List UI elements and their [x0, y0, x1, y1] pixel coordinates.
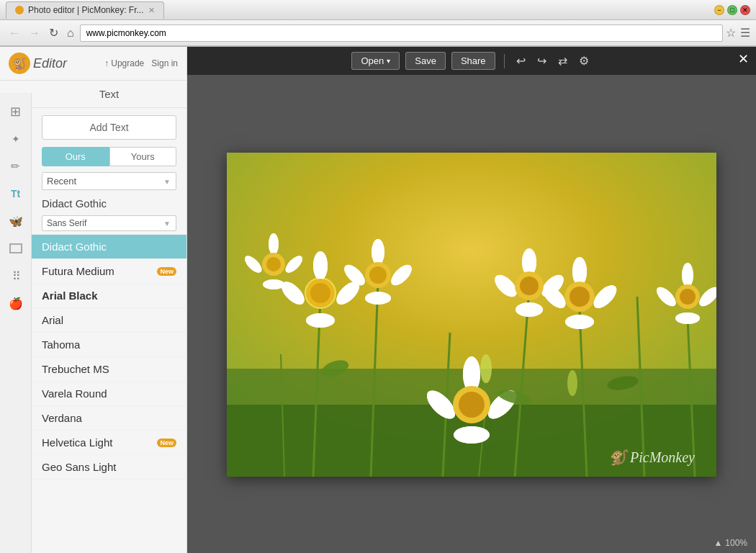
redo-button[interactable]: ↪ — [534, 51, 549, 71]
font-list-item[interactable]: Verdana — [32, 406, 186, 431]
new-badge: New — [157, 267, 176, 276]
menu-icon[interactable]: ☰ — [740, 26, 750, 40]
back-button[interactable]: ← — [6, 25, 23, 41]
close-canvas-button[interactable]: ✕ — [738, 51, 749, 67]
font-name: Geo Sans Light — [42, 461, 116, 473]
home-button[interactable]: ⌂ — [64, 25, 77, 41]
app-layout: ⊞ ✦ ✏ Tt 🦋 ⠿ 🍎 🐒 — [0, 47, 756, 553]
effects-icon: 🍎 — [9, 297, 23, 310]
svg-point-72 — [520, 276, 539, 295]
browser-nav-right: ☆ ☰ — [726, 26, 750, 40]
toolbar: Open ▾ Save Share ↩ ↪ ⇄ ⚙ ✕ — [187, 47, 756, 75]
share-button[interactable]: Share — [451, 52, 495, 70]
tab-close-btn[interactable]: ✕ — [148, 6, 155, 15]
tab-favicon — [15, 6, 24, 14]
font-name: Arial — [42, 314, 63, 326]
texture-icon: ⠿ — [12, 269, 19, 283]
toolbar-divider — [504, 54, 505, 68]
crop-tool[interactable]: ⊞ — [3, 99, 29, 125]
font-tab-switcher: Ours Yours — [42, 147, 176, 166]
panel-title: Text — [32, 81, 186, 108]
svg-point-84 — [567, 370, 577, 396]
svg-text:🐒 PicMonkey: 🐒 PicMonkey — [607, 449, 695, 466]
svg-point-37 — [372, 239, 384, 265]
svg-point-69 — [516, 302, 543, 317]
brush-tool[interactable]: ✏ — [3, 153, 29, 179]
app-header: 🐒 Editor ↑ Upgrade Sign in — [0, 47, 186, 81]
svg-point-17 — [313, 251, 328, 280]
close-window-button[interactable]: ✕ — [740, 5, 750, 15]
browser-chrome: Photo editor | PicMonkey: Fr... ✕ − □ ✕ … — [0, 0, 756, 47]
app-logo: 🐒 Editor — [9, 53, 67, 74]
save-button[interactable]: Save — [405, 52, 446, 70]
font-name: Arial Black — [42, 289, 98, 302]
font-list-item[interactable]: Geo Sans Light — [32, 455, 186, 480]
font-list-item[interactable]: Tahoma — [32, 333, 186, 357]
reload-button[interactable]: ↻ — [46, 24, 61, 41]
svg-point-79 — [454, 426, 490, 444]
svg-point-52 — [570, 287, 590, 307]
brush-icon: ✏ — [11, 160, 20, 173]
touch-icon: ✦ — [12, 133, 20, 145]
forward-button[interactable]: → — [26, 25, 43, 41]
open-button[interactable]: Open ▾ — [351, 52, 400, 70]
sign-in-button[interactable]: Sign in — [151, 58, 178, 68]
open-chevron-icon: ▾ — [387, 57, 390, 65]
font-list-item[interactable]: Didact Gothic — [32, 235, 186, 259]
tab-ours[interactable]: Ours — [42, 147, 109, 166]
flip-button[interactable]: ⇄ — [555, 51, 570, 71]
browser-tab[interactable]: Photo editor | PicMonkey: Fr... ✕ — [6, 1, 164, 19]
font-category-select[interactable]: Recent — [42, 172, 176, 190]
logo-monkey-icon: 🐒 — [9, 53, 30, 74]
font-list-item[interactable]: Arial — [32, 308, 186, 333]
selected-font-display: Didact Gothic — [42, 194, 176, 212]
touch-tool[interactable]: ✦ — [3, 126, 29, 152]
font-list-item[interactable]: Helvetica LightNew — [32, 431, 186, 455]
address-bar[interactable] — [80, 24, 723, 42]
icon-strip: ⊞ ✦ ✏ Tt 🦋 ⠿ 🍎 — [0, 93, 32, 553]
svg-point-82 — [459, 392, 485, 418]
svg-point-29 — [263, 279, 284, 289]
photo-canvas: 🐒 PicMonkey — [227, 153, 716, 477]
tab-yours[interactable]: Yours — [109, 147, 177, 166]
butterfly-tool[interactable]: 🦋 — [3, 208, 29, 234]
font-name: Verdana — [42, 412, 82, 424]
maximize-button[interactable]: □ — [727, 5, 737, 15]
font-subcategory-select[interactable]: Sans Serif — [42, 215, 176, 231]
frame-icon — [9, 243, 22, 253]
frame-tool[interactable] — [3, 235, 29, 261]
canvas-area: 🐒 PicMonkey — [187, 75, 756, 553]
font-list-item[interactable]: Futura MediumNew — [32, 259, 186, 284]
svg-point-57 — [682, 263, 693, 287]
logo-text: Editor — [33, 56, 67, 71]
font-name: Trebuchet MS — [42, 363, 109, 375]
zoom-value: 100% — [725, 538, 747, 548]
window-controls: − □ ✕ — [714, 5, 750, 15]
zoom-arrow-icon[interactable]: ▲ — [714, 538, 722, 548]
font-list-item[interactable]: Varela Round — [32, 382, 186, 406]
svg-point-19 — [306, 313, 335, 328]
text-icon: Tt — [11, 188, 20, 199]
bookmark-icon[interactable]: ☆ — [726, 26, 736, 40]
title-bar: Photo editor | PicMonkey: Fr... ✕ − □ ✕ — [0, 0, 756, 20]
texture-tool[interactable]: ⠿ — [3, 263, 29, 289]
nav-bar: ← → ↻ ⌂ ☆ ☰ — [0, 20, 756, 46]
settings-button[interactable]: ⚙ — [576, 51, 592, 71]
add-text-button[interactable]: Add Text — [42, 115, 176, 140]
svg-point-83 — [480, 354, 492, 383]
minimize-button[interactable]: − — [714, 5, 724, 15]
effects-tool[interactable]: 🍎 — [3, 290, 29, 316]
svg-point-39 — [365, 292, 391, 305]
font-list-item[interactable]: Trebuchet MS — [32, 357, 186, 382]
text-tool[interactable]: Tt — [3, 181, 29, 207]
open-label: Open — [361, 55, 384, 66]
new-badge: New — [157, 439, 176, 447]
undo-button[interactable]: ↩ — [513, 51, 528, 71]
svg-point-49 — [565, 315, 594, 329]
photo-frame: 🐒 PicMonkey — [227, 153, 716, 477]
tab-title: Photo editor | PicMonkey: Fr... — [28, 5, 144, 15]
font-name: Didact Gothic — [42, 240, 107, 253]
font-list-item[interactable]: Arial Black — [32, 284, 186, 308]
font-name: Futura Medium — [42, 265, 114, 277]
upgrade-button[interactable]: ↑ Upgrade — [104, 58, 144, 68]
